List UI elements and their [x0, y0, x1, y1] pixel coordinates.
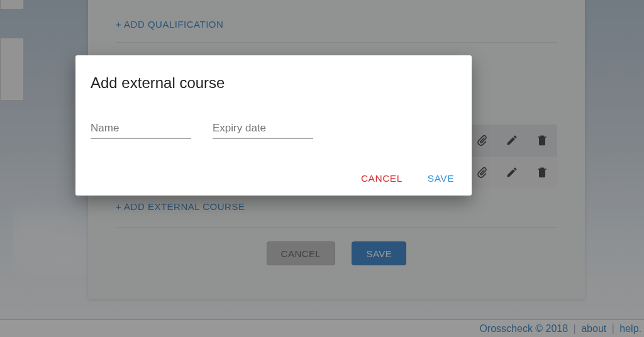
- dialog-fields: [91, 121, 457, 139]
- dialog-title: Add external course: [91, 74, 457, 92]
- add-external-course-dialog: Add external course CANCEL SAVE: [75, 55, 472, 196]
- dialog-cancel-button[interactable]: CANCEL: [361, 173, 402, 184]
- dialog-save-button[interactable]: SAVE: [428, 173, 454, 184]
- course-name-input[interactable]: [91, 121, 191, 139]
- course-expiry-input[interactable]: [213, 121, 313, 139]
- dialog-actions: CANCEL SAVE: [91, 173, 457, 184]
